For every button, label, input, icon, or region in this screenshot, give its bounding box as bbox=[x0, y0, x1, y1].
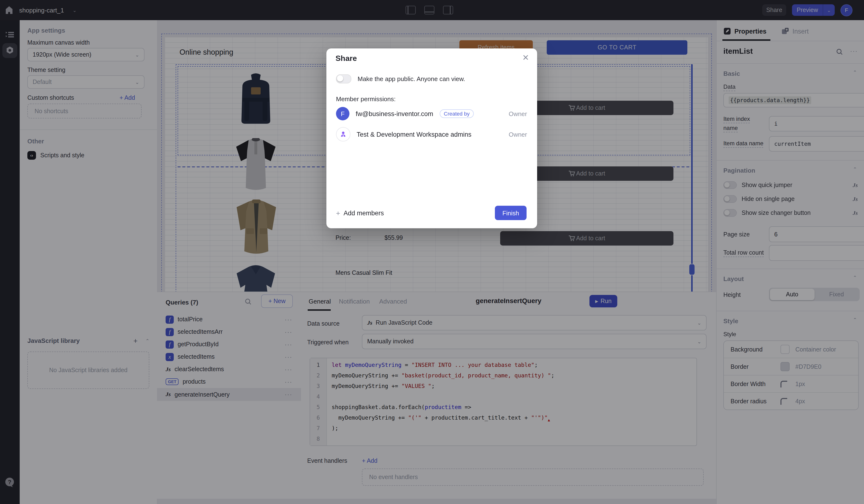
created-by-badge: Created by bbox=[440, 109, 474, 118]
make-public-toggle[interactable] bbox=[336, 74, 351, 84]
group-avatar bbox=[336, 127, 350, 142]
person-icon bbox=[340, 131, 347, 138]
member-permissions-label: Member permissions: bbox=[336, 96, 396, 103]
plus-icon: + bbox=[336, 209, 340, 217]
close-icon[interactable]: ✕ bbox=[522, 53, 529, 63]
member-row: F fw@business-inventor.com Created by Ow… bbox=[336, 107, 527, 120]
public-toggle-row: Make the app public. Anyone can view. bbox=[336, 74, 465, 84]
member-role[interactable]: Owner bbox=[508, 110, 527, 117]
share-modal: Share ✕ Make the app public. Anyone can … bbox=[326, 48, 537, 228]
share-modal-title: Share bbox=[336, 54, 357, 63]
member-avatar: F bbox=[336, 107, 349, 120]
finish-button[interactable]: Finish bbox=[495, 206, 527, 220]
add-members-link[interactable]: + Add members bbox=[336, 209, 384, 217]
member-role[interactable]: Owner bbox=[508, 131, 527, 138]
member-row: Test & Development Workspace admins Owne… bbox=[336, 127, 527, 142]
